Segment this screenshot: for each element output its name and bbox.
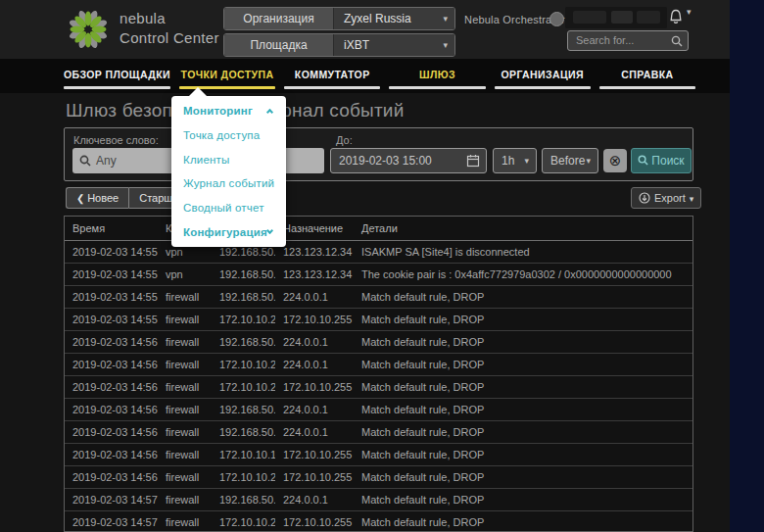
filter-panel: Ключевое слово: До: Any 2019-02-03 15:00 xyxy=(64,127,693,181)
calendar-icon xyxy=(466,154,480,168)
event-log-table: Время Категория Источник Назначение Дета… xyxy=(64,216,693,532)
cell-time: 2019-02-03 14:57:06 xyxy=(65,489,158,510)
cell-details: Match default rule, DROP xyxy=(354,331,692,353)
cell-source: 192.168.50.1 xyxy=(212,331,275,353)
cell-source: 172.10.10.251 xyxy=(212,309,275,330)
cell-source: 192.168.50.226 xyxy=(212,264,275,285)
cell-destination: 224.0.0.1 xyxy=(275,286,354,308)
caret-down-icon xyxy=(524,149,529,172)
organization-value[interactable]: Zyxel Russia xyxy=(334,8,454,29)
cell-source: 192.168.50.1 xyxy=(212,421,275,443)
cell-source: 192.168.50.1 xyxy=(212,286,275,308)
clear-filter-button[interactable] xyxy=(603,149,627,172)
to-label: До: xyxy=(336,134,353,146)
cell-destination: 224.0.0.1 xyxy=(275,399,354,420)
search-icon xyxy=(638,155,648,166)
menu-item-clients[interactable]: Клиенты xyxy=(171,154,286,166)
cell-category: firewall xyxy=(158,286,212,308)
global-search-input[interactable]: Search for... xyxy=(567,30,689,51)
cell-category: firewall xyxy=(158,354,212,375)
menu-item-access-point[interactable]: Точка доступа xyxy=(171,129,286,141)
cell-category: firewall xyxy=(158,309,212,330)
cell-details: Match default rule, DROP xyxy=(354,309,692,330)
cell-time: 2019-02-03 14:56:26 xyxy=(65,399,158,420)
nav-help[interactable]: СПРАВКА xyxy=(599,59,695,93)
cell-source: 172.10.10.252 xyxy=(212,511,275,532)
cell-time: 2019-02-03 14:56:53 xyxy=(65,444,158,465)
cell-time: 2019-02-03 14:56:23 xyxy=(65,376,158,398)
orchestrator-toggle-icon[interactable] xyxy=(549,12,564,26)
top-header: nebula Control Center Организация Zyxel … xyxy=(0,0,730,59)
cell-source: 172.10.10.251 xyxy=(212,466,275,488)
cell-category: firewall xyxy=(158,331,212,353)
cell-destination: 224.0.0.1 xyxy=(275,331,354,353)
search-icon xyxy=(671,35,683,47)
organization-label: Организация xyxy=(224,8,334,29)
brand-line1: nebula xyxy=(119,9,219,28)
cell-time: 2019-02-03 14:57:07 xyxy=(65,511,158,532)
site-label: Площадка xyxy=(224,34,334,56)
export-button[interactable]: Export xyxy=(631,187,701,209)
main-nav: ОБЗОР ПЛОЩАДКИ ТОЧКИ ДОСТУПА КОММУТАТОР … xyxy=(0,59,730,93)
menu-item-event-log[interactable]: Журнал событий xyxy=(171,177,286,189)
table-row: 2019-02-03 14:55:44 vpn 192.168.50.226 1… xyxy=(65,264,692,286)
table-row: 2019-02-03 14:56:53 firewall 172.10.10.2… xyxy=(65,466,692,489)
table-row: 2019-02-03 14:56:46 firewall 192.168.50.… xyxy=(65,421,692,444)
search-icon xyxy=(79,155,91,167)
cell-details: Match default rule, DROP xyxy=(354,421,692,443)
nav-site-overview[interactable]: ОБЗОР ПЛОЩАДКИ xyxy=(64,59,170,93)
cell-details: Match default rule, DROP xyxy=(354,511,692,532)
menu-item-summary-report[interactable]: Сводный отчет xyxy=(171,202,286,214)
range-select[interactable]: 1h xyxy=(493,148,537,173)
cell-source: 172.10.10.251 xyxy=(212,354,275,375)
cell-category: vpn xyxy=(158,264,212,285)
nebula-logo-icon[interactable] xyxy=(65,6,112,53)
caret-down-icon xyxy=(586,149,591,172)
cell-source: 192.168.50.1 xyxy=(212,399,275,420)
organization-selector[interactable]: Организация Zyxel Russia xyxy=(223,7,455,30)
account-name[interactable] xyxy=(565,7,667,28)
cell-time: 2019-02-03 14:55:44 xyxy=(65,264,158,285)
cell-details: ISAKMP SA [Site4] is disconnected xyxy=(354,241,692,263)
search-placeholder: Search for... xyxy=(576,34,634,46)
caret-down-icon xyxy=(443,8,448,29)
brand-line2: Control Center xyxy=(119,28,219,48)
date-input[interactable]: 2019-02-03 15:00 xyxy=(330,148,487,173)
cell-category: firewall xyxy=(158,399,212,420)
download-icon xyxy=(639,192,650,204)
table-row: 2019-02-03 14:55:46 firewall 192.168.50.… xyxy=(65,286,692,309)
nav-gateway[interactable]: ШЛЮЗ xyxy=(389,59,485,93)
chevron-down-icon xyxy=(266,227,273,234)
cell-category: firewall xyxy=(158,466,212,488)
caret-down-icon xyxy=(690,194,694,204)
site-value[interactable]: iXBT xyxy=(334,34,454,56)
cell-destination: 172.10.10.255 xyxy=(275,309,354,330)
caret-down-icon[interactable] xyxy=(687,7,692,17)
cell-source: 172.10.10.135 xyxy=(212,444,275,465)
cell-time: 2019-02-03 14:55:53 xyxy=(65,309,158,330)
newer-button[interactable]: Новее xyxy=(66,187,128,209)
cell-destination: 123.123.12.34 xyxy=(275,264,354,285)
search-button[interactable]: Поиск xyxy=(631,148,692,173)
nav-switch[interactable]: КОММУТАТОР xyxy=(284,59,380,93)
table-row: 2019-02-03 14:55:53 firewall 172.10.10.2… xyxy=(65,309,692,331)
keyword-label: Ключевое слово: xyxy=(73,134,159,146)
col-destination: Назначение xyxy=(275,217,354,240)
cell-time: 2019-02-03 14:56:46 xyxy=(65,421,158,443)
direction-select[interactable]: Before xyxy=(542,148,598,173)
col-time: Время xyxy=(65,217,158,240)
notifications-bell-icon[interactable] xyxy=(668,9,684,26)
cell-destination: 172.10.10.255 xyxy=(275,466,354,488)
menu-item-monitoring[interactable]: Мониторинг xyxy=(171,105,286,117)
site-selector[interactable]: Площадка iXBT xyxy=(223,33,455,57)
table-row: 2019-02-03 14:56:23 firewall 172.10.10.2… xyxy=(65,376,692,399)
cell-destination: 172.10.10.255 xyxy=(275,511,354,532)
cell-time: 2019-02-03 14:56:15 xyxy=(65,354,158,375)
table-row: 2019-02-03 14:57:06 firewall 192.168.50.… xyxy=(65,489,692,511)
cell-category: firewall xyxy=(158,376,212,398)
cell-details: Match default rule, DROP xyxy=(354,489,692,510)
cell-details: Match default rule, DROP xyxy=(354,444,692,465)
menu-item-configuration[interactable]: Конфигурация xyxy=(171,226,286,238)
chevron-up-icon xyxy=(266,109,273,116)
nav-organization[interactable]: ОРГАНИЗАЦИЯ xyxy=(495,59,591,93)
